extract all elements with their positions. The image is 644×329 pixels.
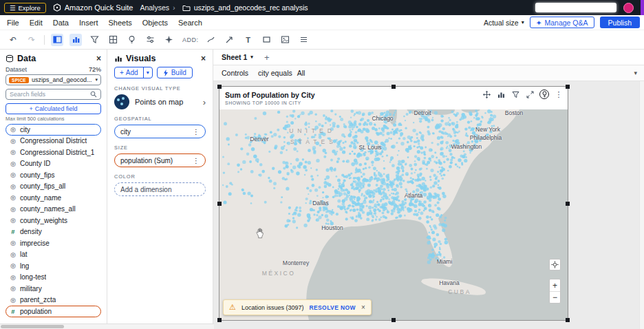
shape-icon[interactable] (261, 34, 273, 46)
undo-icon[interactable]: ↶ (7, 34, 19, 46)
close-icon[interactable]: × (361, 304, 365, 311)
zoom-in-button[interactable]: + (550, 279, 560, 291)
user-avatar[interactable] (623, 3, 634, 13)
field-long-test[interactable]: ◎long-test (6, 272, 101, 284)
zoom-level-select[interactable]: Actual size ▾ (484, 19, 524, 27)
geo-field-icon: ◎ (10, 274, 17, 281)
filter-icon[interactable] (88, 34, 100, 46)
panel-scrollbar-thumb[interactable] (1, 325, 64, 328)
resize-handle-se[interactable] (566, 318, 570, 322)
resize-handle-sw[interactable] (217, 318, 222, 322)
visual-filter-icon[interactable] (511, 89, 520, 99)
calculated-field-button[interactable]: + Calculated field (6, 103, 101, 114)
close-icon[interactable]: × (96, 54, 101, 63)
pivot-grid-icon[interactable] (107, 34, 119, 46)
chevron-right-icon: › (173, 3, 175, 12)
visuals-panel: Visuals × +Add ▾ Build CHANGE VISUAL TYP… (107, 50, 213, 329)
resize-handle-ne[interactable] (566, 85, 570, 89)
control-city[interactable]: city equals All (258, 69, 305, 77)
toolbar: ↶ ↷ ADD: T (0, 30, 644, 50)
well-color[interactable]: Add a dimension (114, 182, 206, 196)
table-icon[interactable] (298, 34, 310, 46)
field-well-menu-icon[interactable]: ⋮ (193, 157, 200, 164)
field-lat[interactable]: ◎lat (6, 249, 101, 261)
well-geospatial[interactable]: city⋮ (114, 125, 206, 138)
top-bar: ☰ Explore Amazon Quick Suite Analyses › … (0, 0, 644, 15)
build-button[interactable]: Build (157, 67, 193, 78)
field-city[interactable]: ◎city (6, 124, 101, 136)
visual-type-selector[interactable]: Points on map › (114, 94, 206, 109)
menu-item-data[interactable]: Data (53, 19, 69, 27)
data-panel-toggle-icon[interactable] (51, 34, 63, 46)
insights-lightbulb-icon[interactable] (125, 34, 138, 46)
hamburger-icon: ☰ (10, 4, 16, 12)
field-Congressional District_1[interactable]: ◎Congressional District_1 (6, 147, 101, 158)
resize-handle-w[interactable] (217, 202, 222, 206)
resize-handle-e[interactable] (566, 202, 570, 206)
resize-handle-n[interactable] (391, 85, 396, 89)
redo-icon[interactable]: ↷ (25, 34, 38, 46)
manage-qa-button[interactable]: ✦ Manage Q&A (530, 17, 594, 28)
numeric-field-icon: # (10, 228, 17, 235)
move-visual-icon[interactable] (482, 89, 491, 99)
canvas-scrollbar[interactable] (639, 81, 644, 329)
visual-chart-icon[interactable] (496, 89, 506, 99)
panel-scrollbar[interactable] (0, 323, 214, 329)
location-issues-banner: ⚠ Location issues (3097) RESOLVE NOW × (223, 299, 372, 315)
add-sheet-button[interactable]: + (264, 52, 270, 63)
breadcrumb[interactable]: Analyses › (140, 3, 175, 12)
field-county_fips_all[interactable]: ◎county_fips_all (6, 181, 101, 193)
field-imprecise[interactable]: ◎imprecise (6, 237, 101, 249)
menu-item-insert[interactable]: Insert (79, 19, 98, 27)
field-search[interactable] (6, 89, 101, 100)
insights-lightbulb-icon[interactable] (539, 89, 549, 99)
menu-item-search[interactable]: Search (178, 19, 202, 27)
visuals-panel-toggle-icon[interactable] (69, 34, 82, 46)
explore-button[interactable]: ☰ Explore (4, 3, 46, 13)
field-County ID[interactable]: ◎County ID (6, 158, 101, 170)
dataset-selector[interactable]: SPICE uszips_and_geocod... ▾ (6, 74, 101, 85)
resize-handle-nw[interactable] (217, 85, 222, 89)
field-Congressional District[interactable]: ◎Congressional District (6, 136, 101, 147)
menu-item-file[interactable]: File (7, 19, 19, 27)
actions-spark-icon[interactable] (162, 34, 175, 46)
points-on-map-icon (114, 94, 129, 109)
tab-sheet-1[interactable]: Sheet 1 ▾ (222, 53, 253, 61)
resize-handle-s[interactable] (391, 318, 396, 322)
menu-item-edit[interactable]: Edit (30, 19, 43, 27)
add-visual-caret[interactable]: ▾ (143, 67, 152, 78)
field-county_name[interactable]: ◎county_name (6, 192, 101, 204)
field-county_fips[interactable]: ◎county_fips (6, 169, 101, 181)
document-title[interactable]: uszips_and_geocodes_rec analysis (182, 3, 308, 12)
image-icon[interactable] (279, 34, 292, 46)
map-visual[interactable]: Sum of Population by City SHOWING TOP 10… (219, 86, 568, 321)
line-icon[interactable] (205, 34, 217, 46)
field-county_names_all[interactable]: ◎county_names_all (6, 204, 101, 215)
zoom-out-button[interactable]: − (550, 291, 560, 303)
field-lng[interactable]: ◎lng (6, 260, 101, 272)
field-parent_zcta[interactable]: ◎parent_zcta (6, 295, 101, 306)
visual-menu-icon[interactable]: ⋮ (554, 89, 564, 99)
menu-item-objects[interactable]: Objects (142, 19, 168, 27)
maximize-visual-icon[interactable] (525, 89, 535, 99)
parameters-icon[interactable] (144, 34, 156, 46)
numeric-field-icon: # (10, 308, 17, 315)
well-size[interactable]: population (Sum)⋮ (114, 153, 206, 167)
controls-label: Controls (222, 69, 248, 77)
fit-to-bounds-button[interactable] (549, 259, 561, 270)
menu-item-sheets[interactable]: Sheets (108, 19, 131, 27)
field-county_weights[interactable]: ◎county_weights (6, 215, 101, 226)
publish-button[interactable]: Publish (600, 17, 640, 28)
resolve-now-link[interactable]: RESOLVE NOW (309, 304, 356, 311)
field-population[interactable]: #population (6, 306, 101, 317)
arrow-icon[interactable] (224, 34, 236, 46)
close-icon[interactable]: × (201, 54, 206, 63)
collapse-controls-icon[interactable]: ▾ (634, 70, 637, 76)
field-military[interactable]: ◎military (6, 283, 101, 295)
text-box-icon[interactable]: T (242, 34, 255, 46)
field-density[interactable]: #density (6, 226, 101, 238)
map-canvas[interactable]: ChicagoDetroitBostonNew YorkPhiladelphia… (219, 109, 568, 320)
add-visual-button[interactable]: +Add ▾ (114, 67, 153, 78)
search-input[interactable] (10, 91, 90, 98)
field-well-menu-icon[interactable]: ⋮ (193, 128, 200, 136)
